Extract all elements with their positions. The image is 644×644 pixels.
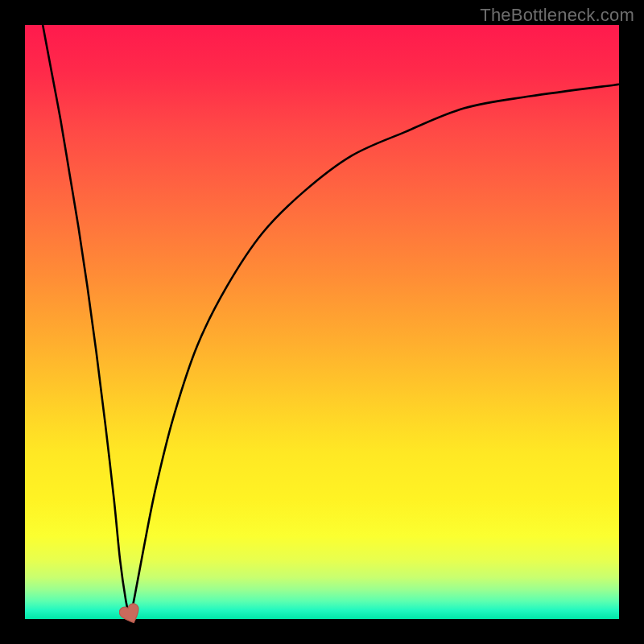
watermark-text: TheBottleneck.com	[480, 5, 634, 26]
plot-area	[25, 25, 619, 619]
chart-frame: TheBottleneck.com	[0, 0, 644, 644]
bottleneck-curve	[43, 25, 619, 621]
curve-layer	[25, 25, 619, 619]
heart-icon	[119, 603, 142, 625]
